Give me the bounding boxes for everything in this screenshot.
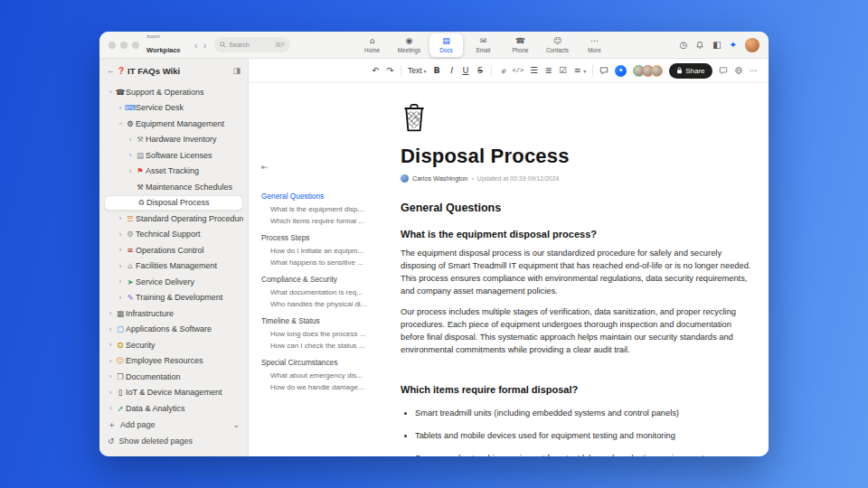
sidebar-item-infrastructure[interactable]: ›▦Infrastructure [104,305,243,322]
outline-item[interactable]: What documentation is req... [261,288,368,296]
sidebar-item-security[interactable]: ›✪Security [104,337,243,353]
bullet-list-icon[interactable]: ☰ [530,66,538,75]
sidebar-item-technical-support[interactable]: ›⚙Technical Support [104,227,243,243]
chevron-right-icon[interactable]: › [106,309,115,317]
bullet-item[interactable]: Servers and networking equipment from te… [415,453,754,456]
tab-docs[interactable]: ▤Docs [429,33,463,57]
nav-forward-button[interactable]: › [201,40,210,51]
redo-icon[interactable]: ↷ [386,66,394,75]
collapse-outline-icon[interactable]: ⇤ [261,163,368,172]
outline-section-compliance-security[interactable]: Compliance & Security [261,275,368,284]
ai-companion-button[interactable]: ✦ [615,65,627,77]
checklist-icon[interactable]: ☑ [559,66,567,75]
chevron-right-icon[interactable]: › [126,136,135,144]
show-deleted-pages-button[interactable]: ↺ Show deleted pages [104,433,243,449]
comments-panel-icon[interactable] [719,66,728,75]
chevron-right-icon[interactable]: › [106,357,115,365]
side-panel-icon[interactable]: ◧ [712,41,721,50]
link-icon[interactable] [498,67,506,75]
sidebar-item-support-operations[interactable]: ›☎Support & Operations [104,84,243,100]
globe-icon[interactable] [734,66,743,75]
sidebar-item-maintenance-schedules[interactable]: ⚒Maintenance Schedules [104,179,243,195]
minimize-window-button[interactable] [120,42,127,49]
maximize-window-button[interactable] [132,42,139,49]
tab-home[interactable]: ⌂Home [355,33,389,57]
code-icon[interactable]: </> [513,68,524,74]
question-heading-2[interactable]: Which items require formal disposal? [401,384,754,395]
sidebar-item-applications-software[interactable]: ›▢Applications & Software [104,322,243,338]
sidebar-item-equipment-management[interactable]: ›⚙Equipment Management [104,116,243,132]
outline-item[interactable]: Which items require formal ... [261,217,368,225]
sidebar-item-facilities-management[interactable]: ›⌂Facilities Management [104,258,243,275]
paragraph-1[interactable]: The equipment disposal process is our st… [401,248,754,298]
chevron-down-icon[interactable]: › [117,119,125,128]
outline-item[interactable]: Who handles the physical di... [261,300,368,308]
add-page-button[interactable]: ＋ Add page ⌄ [104,417,243,433]
outline-section-timeline-status[interactable]: Timeline & Status [261,316,368,325]
outline-item[interactable]: How do I initiate an equipm... [261,247,368,255]
section-heading[interactable]: General Questions [401,202,754,214]
nav-back-button[interactable]: ‹ [192,40,201,51]
outline-item[interactable]: What happens to sensitive ... [261,258,368,267]
sidebar-item-disposal-process[interactable]: ♻Disposal Process [104,195,243,211]
strikethrough-button[interactable]: S [476,66,485,75]
window-controls[interactable] [108,42,139,49]
chevron-right-icon[interactable]: › [116,230,125,239]
share-button[interactable]: Share [669,63,712,79]
chevron-right-icon[interactable]: › [116,246,125,254]
outline-item[interactable]: How do we handle damage... [261,383,368,391]
sidebar-item-employee-resources[interactable]: ›☺Employee Resources [104,353,243,370]
outline-item[interactable]: What about emergency dis... [261,371,368,380]
sidebar-item-service-desk[interactable]: ›⌨Service Desk [104,100,243,117]
collaborator-avatar[interactable] [651,65,663,77]
bell-icon[interactable] [695,41,704,50]
tab-contacts[interactable]: ☺Contacts [541,33,574,57]
chevron-right-icon[interactable]: › [106,341,115,349]
numbered-list-icon[interactable]: ≣ [544,66,552,75]
undo-icon[interactable]: ↶ [372,66,380,75]
paragraph-2[interactable]: Our process includes multiple stages of … [401,306,754,357]
add-new-icon[interactable]: ✦ [730,41,737,50]
sidebar-item-data-analytics[interactable]: ›➚Data & Analytics [104,400,243,415]
chevron-right-icon[interactable]: › [106,325,115,333]
document-editor[interactable]: Disposal Process Carlos Washington • Upd… [372,83,769,456]
chevron-down-icon[interactable]: › [107,88,115,97]
chevron-right-icon[interactable]: › [126,167,135,175]
outline-item[interactable]: How can I check the status ... [261,342,368,350]
chevron-down-icon[interactable]: ⌄ [232,420,240,429]
outline-section-general-questions[interactable]: General Questions [261,192,368,201]
tab-meetings[interactable]: ◉Meetings [392,33,426,57]
outline-item[interactable]: What is the equipment disp... [261,205,368,213]
sidebar-item-software-licenses[interactable]: ›▤Software Licenses [104,147,243,164]
bullet-item[interactable]: Tablets and mobile devices used for equi… [415,430,754,442]
align-dropdown[interactable]: ≡▾ [573,66,586,75]
bold-button[interactable]: B [433,66,441,75]
page-title[interactable]: Disposal Process [401,145,754,168]
sidebar-item-standard-operating-procedures[interactable]: ›☰Standard Operating Procedures [104,211,243,227]
sidebar-item-service-delivery[interactable]: ›➤Service Delivery [104,274,243,290]
tab-phone[interactable]: ☎Phone [504,33,537,57]
collapse-sidebar-icon[interactable]: ◨ [232,66,241,75]
text-style-dropdown[interactable]: Text▾ [408,66,427,75]
sidebar-item-operations-control[interactable]: ›≡Operations Control [104,242,243,258]
chevron-right-icon[interactable]: › [116,277,125,286]
tab-email[interactable]: ✉Email [467,33,500,57]
tab-more[interactable]: ⋯More [578,33,611,57]
chevron-right-icon[interactable]: › [106,372,115,380]
sidebar-item-documentation[interactable]: ›❒Documentation [104,369,243,385]
sidebar-item-hardware-inventory[interactable]: ›⚒Hardware Inventory [104,132,243,148]
chevron-right-icon[interactable]: › [116,214,125,222]
chevron-right-icon[interactable]: › [116,294,125,302]
global-search-input[interactable]: Search ⌘F [214,37,290,52]
chevron-right-icon[interactable]: › [116,104,125,112]
outline-section-process-steps[interactable]: Process Steps [261,233,368,242]
user-avatar[interactable] [745,38,760,52]
outline-section-special-circumstances[interactable]: Special Circumstances [261,358,368,367]
outline-item[interactable]: How long does the process ... [261,330,368,338]
close-window-button[interactable] [108,42,116,49]
italic-button[interactable]: I [448,66,456,75]
comment-icon[interactable] [599,66,609,75]
history-icon[interactable]: ◷ [679,41,687,50]
sidebar-item-asset-tracking[interactable]: ›⚑Asset Tracking [104,164,243,180]
chevron-right-icon[interactable]: › [106,404,115,412]
